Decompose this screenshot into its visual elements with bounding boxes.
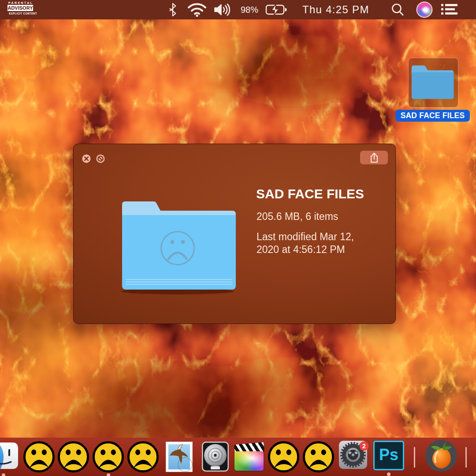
svg-text:2: 2: [362, 443, 366, 450]
